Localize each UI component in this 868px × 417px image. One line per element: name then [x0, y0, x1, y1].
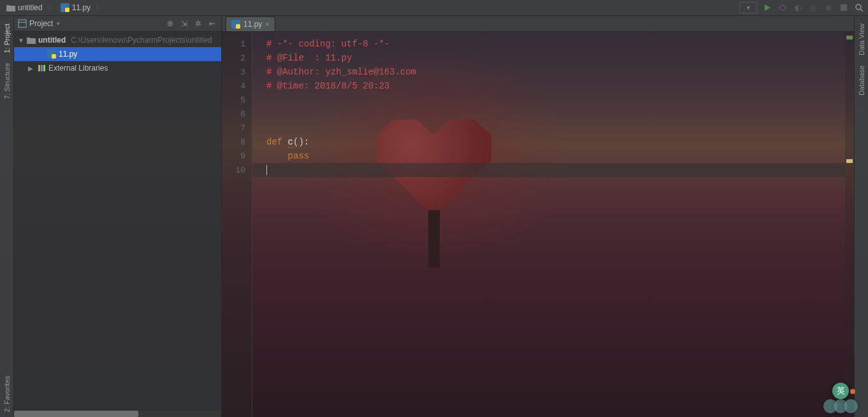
close-tab-icon[interactable]: ×	[265, 20, 269, 28]
run-with-coverage-button[interactable]: ◐	[793, 3, 803, 13]
analysis-ok-marker[interactable]	[846, 36, 853, 39]
tab-project-label: 1: Project	[3, 24, 11, 53]
code-line[interactable]: # @time: 2018/8/5 20:23	[252, 79, 845, 93]
editor-body: 12345678910 # -*- coding: utf-8 -*-# @Fi…	[222, 32, 854, 417]
svg-rect-16	[236, 24, 240, 29]
line-number[interactable]: 4	[222, 79, 252, 93]
tab-favorites[interactable]: 2: Favorites	[2, 371, 12, 417]
project-tree-root[interactable]: ▼ untitled C:\Users\lenovo\PycharmProjec…	[14, 33, 221, 47]
project-tree-file[interactable]: 11.py	[14, 47, 221, 61]
stop-button[interactable]	[839, 3, 849, 13]
tab-structure-label: 7: Structure	[3, 63, 11, 99]
run-toolbar: ▾ ◐ ◴ ≣	[739, 2, 864, 13]
svg-rect-11	[52, 54, 56, 59]
navigation-bar: untitled 〉 11.py 〉 ▾ ◐ ◴ ≣	[0, 0, 868, 16]
hide-panel-icon[interactable]: ⇤	[207, 18, 217, 29]
editor-marker-strip[interactable]	[845, 32, 854, 417]
breadcrumb-project-label: untitled	[18, 3, 43, 12]
punct-token: ():	[293, 137, 309, 147]
profile-button[interactable]: ◴	[808, 3, 818, 13]
editor-code-area[interactable]: # -*- coding: utf-8 -*-# @File : 11.py# …	[252, 32, 845, 417]
ime-indicator-label: 英	[837, 385, 845, 397]
expand-arrow-icon[interactable]: ▶	[28, 65, 34, 72]
svg-rect-13	[41, 65, 43, 71]
svg-rect-8	[18, 20, 26, 27]
editor-tab[interactable]: 11.py ×	[226, 17, 275, 31]
expand-arrow-icon[interactable]: ▼	[18, 37, 24, 44]
project-tree-horizontal-scrollbar[interactable]	[14, 411, 221, 417]
breadcrumb-file-label: 11.py	[72, 3, 90, 12]
line-number[interactable]: 3	[222, 65, 252, 79]
chevron-down-icon: ▾	[747, 4, 750, 11]
code-line[interactable]: # @File : 11.py	[252, 51, 845, 65]
comment-token: # @time: 2018/8/5 20:23	[266, 81, 389, 91]
comment-token: # @Author: yzh_smlie@163.com	[266, 67, 416, 77]
code-line[interactable]	[252, 163, 845, 177]
ime-indicator[interactable]: 英	[832, 383, 849, 399]
libraries-icon	[37, 64, 46, 73]
editor-gutter[interactable]: 12345678910	[222, 32, 252, 417]
svg-rect-5	[841, 4, 847, 11]
code-line[interactable]	[252, 121, 845, 135]
project-tree-file-label: 11.py	[59, 50, 77, 59]
editor-area: 11.py × 12345678910 # -*- coding: utf-8 …	[222, 16, 854, 417]
project-tree[interactable]: ▼ untitled C:\Users\lenovo\PycharmProjec…	[14, 32, 221, 417]
tab-database[interactable]: Database	[857, 60, 867, 101]
svg-line-7	[860, 9, 863, 11]
svg-rect-1	[65, 8, 69, 12]
svg-point-2	[780, 5, 785, 10]
gear-icon[interactable]: ✲	[193, 18, 203, 29]
python-file-icon	[231, 20, 240, 29]
project-panel-title-label: Project	[29, 19, 53, 28]
collapse-all-icon[interactable]: ⇲	[179, 18, 189, 29]
code-line[interactable]: # @Author: yzh_smlie@163.com	[252, 65, 845, 79]
keyword-token: pass	[288, 151, 310, 161]
chevron-right-icon: 〉	[96, 3, 103, 13]
search-everywhere-button[interactable]	[854, 3, 864, 13]
code-line[interactable]: def c():	[252, 135, 845, 149]
python-file-icon	[47, 50, 56, 59]
breadcrumb: untitled 〉 11.py 〉	[4, 2, 105, 13]
warning-marker[interactable]	[846, 159, 853, 163]
keyword-token: def	[266, 137, 288, 147]
run-button[interactable]	[762, 3, 772, 13]
project-tree-external-libraries[interactable]: ▶ External Libraries	[14, 61, 221, 75]
code-line[interactable]: # -*- coding: utf-8 -*-	[252, 37, 845, 51]
function-name-token: c	[288, 137, 293, 148]
indent	[266, 151, 288, 161]
project-tool-window: Project ▾ ⊕ ⇲ ✲ ⇤ ▼ untitled C:\Users\le…	[14, 16, 222, 417]
chevron-down-icon: ▾	[57, 20, 60, 27]
tab-project[interactable]: 1: Project	[2, 18, 12, 58]
breadcrumb-file[interactable]: 11.py	[58, 2, 93, 13]
line-number[interactable]: 7	[222, 121, 252, 135]
left-tool-strip: 1: Project 7: Structure 2: Favorites	[0, 16, 14, 417]
line-number[interactable]: 6	[222, 107, 252, 121]
tab-structure[interactable]: 7: Structure	[2, 58, 12, 104]
comment-token: # @File : 11.py	[266, 53, 352, 63]
folder-icon	[27, 37, 36, 44]
line-number[interactable]: 10	[222, 163, 252, 177]
line-number[interactable]: 5	[222, 93, 252, 107]
line-number[interactable]: 9	[222, 149, 252, 163]
debug-button[interactable]	[778, 3, 788, 13]
ime-extra-bubbles	[827, 399, 858, 413]
right-tool-strip: Data View Database	[854, 16, 868, 417]
tab-data-view[interactable]: Data View	[857, 18, 867, 60]
svg-rect-12	[38, 65, 40, 71]
line-number[interactable]: 8	[222, 135, 252, 149]
breadcrumb-project[interactable]: untitled	[4, 2, 45, 13]
python-file-icon	[61, 3, 69, 12]
code-line[interactable]	[252, 93, 845, 107]
project-view-icon	[18, 19, 27, 28]
run-configurations-dropdown[interactable]: ▾	[739, 2, 757, 13]
code-line[interactable]	[252, 107, 845, 121]
locate-icon[interactable]: ⊕	[165, 18, 175, 29]
project-panel-title[interactable]: Project ▾	[18, 19, 60, 28]
tab-favorites-label: 2: Favorites	[3, 376, 11, 412]
line-number[interactable]: 2	[222, 51, 252, 65]
line-number[interactable]: 1	[222, 37, 252, 51]
scrollbar-thumb[interactable]	[14, 411, 138, 417]
attach-button[interactable]: ≣	[823, 3, 834, 13]
code-line[interactable]: pass	[252, 149, 845, 163]
comment-token: # -*- coding: utf-8 -*-	[266, 39, 389, 49]
